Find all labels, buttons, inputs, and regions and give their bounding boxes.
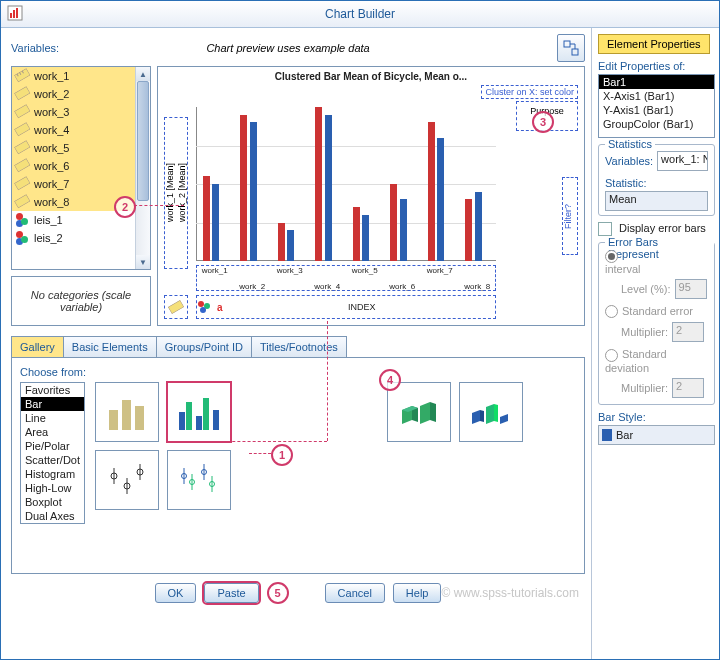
svg-rect-24 <box>179 412 185 430</box>
chart-preview[interactable]: Clustered Bar Mean of Bicycle, Mean o...… <box>157 66 585 326</box>
marker-1: 1 <box>271 444 293 466</box>
app-icon <box>7 5 23 21</box>
list-item[interactable]: GroupColor (Bar1) <box>599 117 714 131</box>
list-item[interactable]: work_5 <box>12 139 136 157</box>
chart-type-item[interactable]: Favorites <box>21 383 84 397</box>
list-item[interactable]: leis_2 <box>12 229 136 247</box>
svg-point-18 <box>198 301 204 307</box>
paste-button[interactable]: Paste <box>204 583 258 603</box>
chart-type-item[interactable]: Histogram <box>21 467 84 481</box>
variables-label: Variables: <box>605 155 653 167</box>
scale-icon <box>14 176 32 193</box>
list-item[interactable]: Y-Axis1 (Bar1) <box>599 103 714 117</box>
svg-rect-15 <box>14 176 30 190</box>
scroll-down[interactable]: ▼ <box>136 255 150 269</box>
chart-type-list[interactable]: Favorites Bar Line Area Pie/Polar Scatte… <box>20 382 85 524</box>
filter-dropzone[interactable]: Filter? <box>562 177 578 255</box>
svg-marker-36 <box>486 404 494 424</box>
svg-rect-14 <box>14 158 30 172</box>
list-item[interactable]: work_4 <box>12 121 136 139</box>
chart-type-item[interactable]: Line <box>21 411 84 425</box>
display-error-bars-checkbox[interactable] <box>598 222 612 236</box>
svg-rect-1 <box>10 13 12 18</box>
list-item[interactable]: X-Axis1 (Bar1) <box>599 89 714 103</box>
element-properties-button[interactable]: Element Properties <box>598 34 710 54</box>
list-item[interactable]: work_1 <box>12 67 136 85</box>
bar-style-select[interactable]: Bar <box>598 425 715 445</box>
marker-4: 4 <box>379 369 401 391</box>
svg-marker-33 <box>430 402 436 422</box>
ok-button[interactable]: OK <box>155 583 197 603</box>
variables-list[interactable]: work_1 work_2 work_3 work_4 work_5 work_… <box>11 66 151 270</box>
index-dropzone[interactable]: a INDEX <box>196 295 496 319</box>
list-item[interactable]: work_3 <box>12 103 136 121</box>
svg-marker-35 <box>480 410 484 422</box>
legend-title-box[interactable]: Cluster on X: set color <box>481 85 578 99</box>
svg-rect-26 <box>196 416 202 430</box>
help-button[interactable]: Help <box>393 583 442 603</box>
chart-type-item[interactable]: Area <box>21 425 84 439</box>
chart-type-item[interactable]: High-Low <box>21 481 84 495</box>
thumb-error-bar[interactable] <box>95 450 159 510</box>
svg-rect-25 <box>186 402 192 430</box>
categories-box: No categories (scale variable) <box>11 276 151 326</box>
chart-type-item[interactable]: Boxplot <box>21 495 84 509</box>
tab-groups-point-id[interactable]: Groups/Point ID <box>156 336 252 357</box>
thumb-3d-clustered-bar[interactable] <box>459 382 523 442</box>
titlebar: Chart Builder <box>1 1 719 28</box>
scroll-up[interactable]: ▲ <box>136 67 150 81</box>
level-input: 95 <box>675 279 707 299</box>
chart-type-item[interactable]: Scatter/Dot <box>21 453 84 467</box>
marker-3: 3 <box>532 111 554 133</box>
list-item[interactable]: work_2 <box>12 85 136 103</box>
properties-list[interactable]: Bar1 X-Axis1 (Bar1) Y-Axis1 (Bar1) Group… <box>598 74 715 138</box>
svg-marker-32 <box>420 402 430 424</box>
y-axis-dropzone[interactable]: work_1 [Mean] work_2 [Mean] <box>164 117 188 269</box>
svg-marker-34 <box>472 410 480 424</box>
svg-rect-4 <box>564 41 570 47</box>
thumb-3d-bar[interactable] <box>387 382 451 442</box>
element-properties-pane: Element Properties Edit Properties of: B… <box>591 28 719 660</box>
swap-axes-button[interactable] <box>557 34 585 62</box>
gallery-panel: Choose from: Favorites Bar Line Area Pie… <box>11 358 585 574</box>
statistic-select[interactable]: Mean <box>605 191 708 211</box>
thumb-simple-bar[interactable] <box>95 382 159 442</box>
list-item[interactable]: Bar1 <box>599 75 714 89</box>
cancel-button[interactable]: Cancel <box>325 583 385 603</box>
statistics-variable-field[interactable]: work_1: N <box>657 151 708 171</box>
x-axis-dropzone[interactable] <box>196 265 496 291</box>
tab-gallery[interactable]: Gallery <box>11 336 64 357</box>
preview-note: Chart preview uses example data <box>59 42 517 54</box>
bar-style-label: Bar Style: <box>598 411 715 423</box>
chart-type-item[interactable]: Bar <box>21 397 84 411</box>
svg-rect-3 <box>16 8 18 18</box>
scroll-thumb[interactable] <box>137 81 149 201</box>
svg-rect-11 <box>14 104 30 118</box>
dialog-buttons: OK Paste 5 Cancel Help © www.spss-tutori… <box>11 582 585 604</box>
chart-type-item[interactable]: Pie/Polar <box>21 439 84 453</box>
scale-icon <box>14 140 32 157</box>
svg-rect-27 <box>203 398 209 430</box>
scale-icon <box>14 68 32 85</box>
scrollbar[interactable]: ▲ ▼ <box>135 67 150 269</box>
list-item[interactable]: work_7 <box>12 175 136 193</box>
chart-builder-window: Chart Builder Variables: Chart preview u… <box>0 0 720 660</box>
statistics-group: Statistics Variables: work_1: N Statisti… <box>598 144 715 216</box>
y-axis-drop-icon[interactable] <box>164 295 188 319</box>
svg-rect-28 <box>213 410 219 430</box>
list-item[interactable]: work_6 <box>12 157 136 175</box>
chart-type-item[interactable]: Dual Axes <box>21 509 84 523</box>
multiplier-input: 2 <box>672 322 704 342</box>
choose-from-label: Choose from: <box>20 366 576 378</box>
thumb-clustered-error-bar[interactable] <box>167 450 231 510</box>
scale-icon <box>14 104 32 121</box>
error-bars-group: Error Bars Represent Confidence interval… <box>598 242 715 405</box>
thumb-clustered-bar[interactable] <box>167 382 231 442</box>
tabs: Gallery Basic Elements Groups/Point ID T… <box>11 336 585 358</box>
tab-titles-footnotes[interactable]: Titles/Footnotes <box>251 336 347 357</box>
svg-marker-38 <box>500 414 508 424</box>
svg-rect-53 <box>602 429 612 441</box>
tab-basic-elements[interactable]: Basic Elements <box>63 336 157 357</box>
chart-plot-area: work_1work_2work_3work_4work_5work_6work… <box>196 107 496 261</box>
marker-5: 5 <box>267 582 289 604</box>
